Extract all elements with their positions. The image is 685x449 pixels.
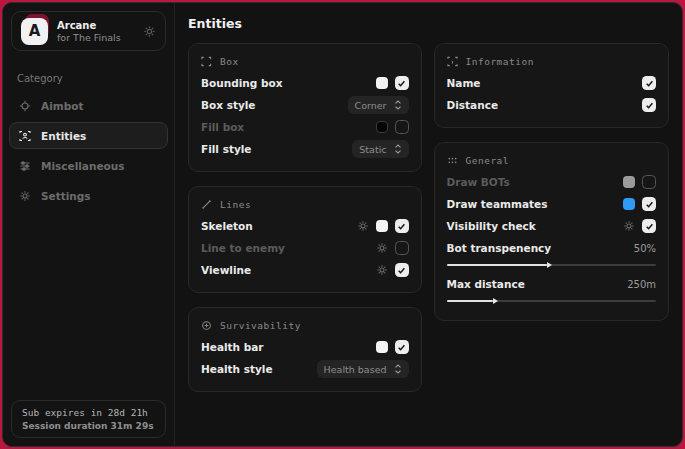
- app-logo: A: [21, 18, 48, 45]
- skeleton-checkbox[interactable]: [395, 219, 409, 233]
- setting-row-draw-bots: Draw BOTs: [447, 171, 656, 193]
- setting-row-health-bar: Health bar: [201, 336, 409, 358]
- viewline-gear-icon[interactable]: [376, 264, 388, 276]
- slider-fill[interactable]: [447, 264, 548, 266]
- setting-row-line-to-enemy: Line to enemy: [201, 237, 409, 259]
- main-content: Entities Box Bounding box: [175, 3, 682, 446]
- visibility-gear-icon[interactable]: [623, 220, 635, 232]
- health-icon: [201, 320, 212, 331]
- unfold-icon: [394, 100, 402, 110]
- crosshair-icon: [19, 100, 31, 112]
- sidebar-nav: Aimbot Entities Miscellaneous Settings: [3, 92, 174, 209]
- setting-row-name: Name: [447, 72, 656, 94]
- draw-bots-checkbox[interactable]: [642, 175, 656, 189]
- health-bar-checkbox[interactable]: [395, 340, 409, 354]
- unfold-icon: [394, 364, 402, 374]
- panel-survivability: Survivability Health bar Health style: [188, 307, 422, 392]
- panel-general: General Draw BOTs Draw teammates: [434, 142, 669, 321]
- color-swatch[interactable]: [376, 121, 388, 133]
- panel-title: General: [466, 155, 510, 166]
- app-name: Arcane: [57, 20, 121, 31]
- info-icon: [447, 56, 458, 67]
- sub-expiry-text: Sub expires in 28d 21h: [22, 407, 155, 418]
- entities-icon: [19, 130, 31, 142]
- color-swatch[interactable]: [376, 341, 388, 353]
- setting-row-fill-style: Fill style Static: [201, 138, 409, 160]
- setting-row-health-style: Health style Health based: [201, 358, 409, 380]
- brand-text: Arcane for The Finals: [57, 20, 121, 43]
- app-subtitle: for The Finals: [57, 32, 121, 43]
- category-label: Category: [17, 73, 160, 84]
- page-title: Entities: [188, 16, 669, 31]
- subscription-status-card: Sub expires in 28d 21h Session duration …: [11, 400, 166, 438]
- line-to-enemy-gear-icon[interactable]: [376, 242, 388, 254]
- line-to-enemy-checkbox[interactable]: [395, 241, 409, 255]
- setting-row-draw-teammates: Draw teammates: [447, 193, 656, 215]
- line-icon: [201, 199, 212, 210]
- name-checkbox[interactable]: [642, 76, 656, 90]
- setting-row-box-style: Box style Corner: [201, 94, 409, 116]
- viewline-checkbox[interactable]: [395, 263, 409, 277]
- corners-icon: [201, 56, 212, 67]
- logo-letter: A: [21, 18, 48, 45]
- fill-box-checkbox[interactable]: [395, 120, 409, 134]
- panel-title: Information: [466, 56, 534, 67]
- unfold-icon: [394, 144, 402, 154]
- setting-row-max-distance: Max distance 250m: [447, 273, 656, 295]
- sidebar-item-entities[interactable]: Entities: [9, 122, 168, 149]
- box-style-dropdown[interactable]: Corner: [348, 96, 409, 114]
- panel-title: Survivability: [220, 320, 301, 331]
- max-distance-value: 250m: [627, 279, 656, 290]
- sidebar-item-miscellaneous[interactable]: Miscellaneous: [9, 152, 168, 179]
- sidebar-item-label: Settings: [41, 190, 91, 202]
- visibility-check-checkbox[interactable]: [642, 219, 656, 233]
- setting-row-bounding-box: Bounding box: [201, 72, 409, 94]
- panel-title: Box: [220, 56, 239, 67]
- sidebar-item-settings[interactable]: Settings: [9, 182, 168, 209]
- refresh-gear-icon[interactable]: [143, 25, 156, 38]
- skeleton-gear-icon[interactable]: [357, 220, 369, 232]
- sidebar-item-label: Aimbot: [41, 100, 83, 112]
- setting-row-bot-transparency: Bot transpenency 50%: [447, 237, 656, 259]
- app-window: A Arcane for The Finals Category Aimbot: [2, 2, 683, 447]
- setting-row-distance: Distance: [447, 94, 656, 116]
- color-swatch[interactable]: [376, 220, 388, 232]
- sidebar-item-label: Miscellaneous: [41, 160, 124, 172]
- slider-fill[interactable]: [447, 300, 493, 302]
- max-distance-slider[interactable]: [447, 300, 656, 302]
- setting-row-visibility-check: Visibility check: [447, 215, 656, 237]
- distance-checkbox[interactable]: [642, 98, 656, 112]
- brand-card: A Arcane for The Finals: [11, 11, 166, 51]
- setting-row-viewline: Viewline: [201, 259, 409, 281]
- setting-row-skeleton: Skeleton: [201, 215, 409, 237]
- color-swatch[interactable]: [623, 198, 635, 210]
- bot-transparency-slider[interactable]: [447, 264, 656, 266]
- sidebar-item-label: Entities: [41, 130, 86, 142]
- fill-style-dropdown[interactable]: Static: [352, 140, 408, 158]
- health-style-dropdown[interactable]: Health based: [317, 360, 409, 378]
- panel-information: Information Name Distance: [434, 43, 669, 128]
- draw-teammates-checkbox[interactable]: [642, 197, 656, 211]
- color-swatch[interactable]: [376, 77, 388, 89]
- bounding-box-checkbox[interactable]: [395, 76, 409, 90]
- sidebar: A Arcane for The Finals Category Aimbot: [3, 3, 175, 446]
- color-swatch[interactable]: [623, 176, 635, 188]
- panel-box: Box Bounding box Box style Corne: [188, 43, 422, 172]
- gear-icon: [19, 190, 31, 202]
- grid-icon: [447, 155, 458, 166]
- panel-lines: Lines Skeleton Line to enemy: [188, 186, 422, 293]
- bot-transparency-value: 50%: [634, 243, 656, 254]
- sliders-icon: [19, 160, 31, 172]
- panel-title: Lines: [220, 199, 251, 210]
- setting-row-fill-box: Fill box: [201, 116, 409, 138]
- sidebar-item-aimbot[interactable]: Aimbot: [9, 92, 168, 119]
- session-duration-text: Session duration 31m 29s: [22, 421, 155, 431]
